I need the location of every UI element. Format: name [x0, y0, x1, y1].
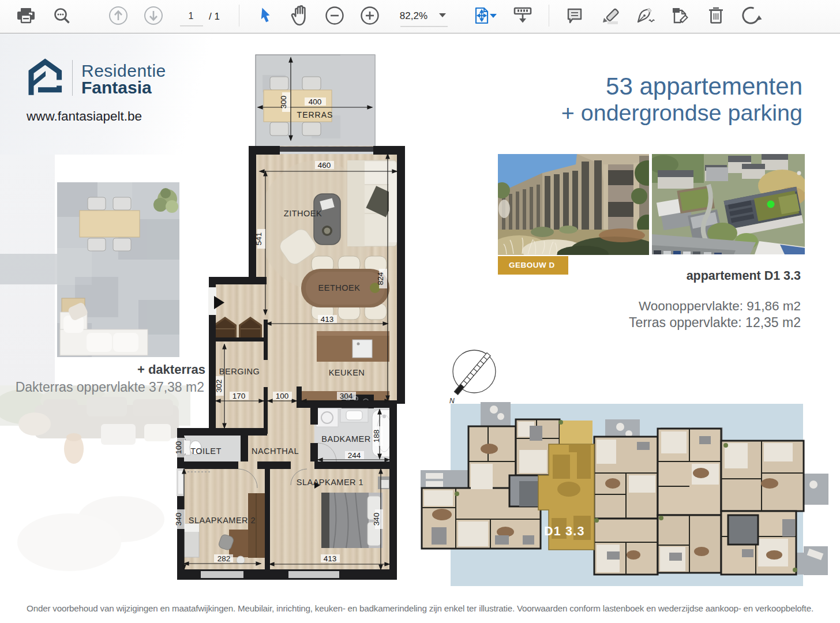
svg-text:TERRAS: TERRAS — [297, 110, 333, 119]
svg-text:541: 541 — [254, 232, 263, 246]
svg-text:170: 170 — [232, 392, 246, 400]
svg-text:TOILET: TOILET — [190, 446, 222, 456]
svg-text:D1 3.3: D1 3.3 — [544, 524, 585, 538]
svg-text:N: N — [449, 397, 455, 405]
svg-text:82,2%: 82,2% — [400, 10, 427, 21]
svg-text:304: 304 — [340, 392, 353, 400]
svg-text:413: 413 — [321, 315, 334, 324]
svg-text:188: 188 — [372, 430, 381, 443]
svg-text:282: 282 — [217, 554, 231, 563]
svg-text:302: 302 — [215, 380, 223, 393]
svg-text:413: 413 — [324, 554, 337, 563]
svg-text:NACHTHAL: NACHTHAL — [252, 446, 299, 456]
svg-text:EETHOEK: EETHOEK — [318, 283, 361, 292]
svg-text:SLAAPKAMER 1: SLAAPKAMER 1 — [297, 478, 363, 487]
svg-text:ZITHOEK: ZITHOEK — [284, 209, 322, 218]
svg-text:100: 100 — [174, 441, 183, 455]
svg-text:BADKAMER: BADKAMER — [321, 434, 370, 444]
svg-text:824: 824 — [376, 272, 385, 285]
svg-text:400: 400 — [309, 97, 322, 106]
svg-text:1: 1 — [189, 11, 194, 21]
svg-text:340: 340 — [372, 513, 381, 526]
svg-text:300: 300 — [279, 96, 288, 109]
svg-text:/ 1: / 1 — [209, 11, 220, 22]
svg-text:SLAAPKAMER 2: SLAAPKAMER 2 — [189, 516, 256, 525]
svg-text:244: 244 — [348, 451, 361, 460]
svg-text:100: 100 — [276, 392, 289, 400]
svg-text:340: 340 — [174, 513, 183, 526]
svg-text:460: 460 — [318, 161, 331, 170]
svg-text:BERGING: BERGING — [219, 367, 260, 376]
svg-text:KEUKEN: KEUKEN — [329, 368, 365, 377]
